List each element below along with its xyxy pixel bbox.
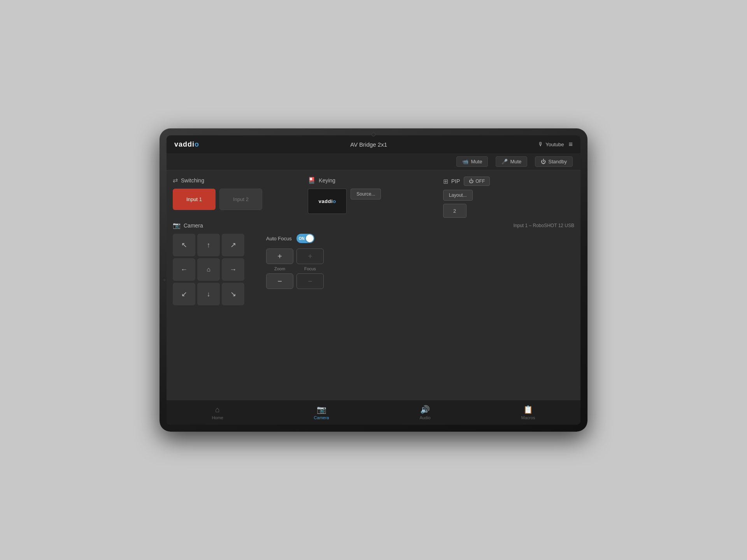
audio-mute-icon: 🎤 xyxy=(502,159,508,164)
keying-title: 🎴 Keying xyxy=(308,177,439,184)
switching-inputs: Input 1 Input 2 xyxy=(173,189,304,210)
home-label: Home xyxy=(212,415,223,420)
input2-button[interactable]: Input 2 xyxy=(219,189,262,210)
pip-off-button[interactable]: ⏻ OFF xyxy=(464,177,490,186)
nav-camera[interactable]: 📷 Camera xyxy=(306,402,337,422)
pip-icon: ⊞ xyxy=(443,178,448,185)
focus-group: + Focus − xyxy=(296,248,324,289)
keying-icon: 🎴 xyxy=(308,177,316,184)
pip-layout-button[interactable]: Layout... xyxy=(443,190,473,201)
pip-panel: ⊞ PIP ⏻ OFF Layout... 2 xyxy=(443,177,574,218)
camera-section: 📷 Camera Input 1 – RoboSHOT 12 USB ↖ ↑ ↗… xyxy=(173,222,574,394)
camera-title: 📷 Camera Input 1 – RoboSHOT 12 USB xyxy=(173,222,574,229)
keying-label: Keying xyxy=(319,177,335,184)
toggle-knob xyxy=(306,234,314,242)
pip-power-icon: ⏻ xyxy=(469,178,473,184)
audio-mute-button[interactable]: 🎤 Mute xyxy=(496,156,527,167)
macros-label: Macros xyxy=(521,415,535,420)
ptz-up-button[interactable]: ↑ xyxy=(197,234,220,256)
menu-button[interactable]: ≡ xyxy=(568,140,573,149)
ptz-home-button[interactable]: ⌂ xyxy=(197,258,220,281)
app-logo: vaddio xyxy=(174,140,199,149)
keying-panel: 🎴 Keying vaddio Source... xyxy=(308,177,439,218)
streaming-icon: 🎙 xyxy=(538,141,544,147)
focus-out-button[interactable]: − xyxy=(296,273,324,289)
nav-home[interactable]: ⌂ Home xyxy=(204,403,231,422)
ptz-up-right-button[interactable]: ↗ xyxy=(222,234,244,256)
zoom-label: Zoom xyxy=(266,266,293,271)
keying-content: vaddio Source... xyxy=(308,189,439,214)
pip-controls: Layout... 2 xyxy=(443,190,574,218)
screen: vaddio AV Bridge 2x1 🎙 Youtube ≡ 📹 Mute … xyxy=(167,135,580,425)
video-mute-button[interactable]: 📹 Mute xyxy=(456,156,488,167)
camera-label: Camera xyxy=(184,222,203,229)
ptz-left-button[interactable]: ← xyxy=(173,258,195,281)
autofocus-toggle[interactable]: ON xyxy=(296,234,314,243)
input1-button[interactable]: Input 1 xyxy=(173,189,216,210)
top-bar-right: 🎙 Youtube ≡ xyxy=(538,140,573,149)
autofocus-on-label: ON xyxy=(299,236,305,241)
camera-nav-label: Camera xyxy=(314,415,329,420)
pip-number-box: 2 xyxy=(443,204,466,218)
standby-label: Standby xyxy=(548,159,567,164)
ptz-right-button[interactable]: → xyxy=(222,258,244,281)
switching-icon: ⇄ xyxy=(173,177,178,184)
audio-icon: 🔊 xyxy=(420,405,430,414)
app-title: AV Bridge 2x1 xyxy=(199,141,538,148)
zoom-out-button[interactable]: − xyxy=(266,273,293,289)
ptz-down-button[interactable]: ↓ xyxy=(197,283,220,305)
action-bar: 📹 Mute 🎤 Mute ⏻ Standby xyxy=(167,153,580,170)
switching-panel: ⇄ Switching Input 1 Input 2 xyxy=(173,177,304,218)
ptz-down-right-button[interactable]: ↘ xyxy=(222,283,244,305)
keying-source-button[interactable]: Source... xyxy=(351,189,381,200)
camera-nav-icon: 📷 xyxy=(317,405,326,414)
streaming-label: Youtube xyxy=(545,142,564,147)
zoom-group: + Zoom − xyxy=(266,248,293,289)
bottom-nav: ⌂ Home 📷 Camera 🔊 Audio 📋 Macros xyxy=(167,400,580,425)
tablet-shell: vaddio AV Bridge 2x1 🎙 Youtube ≡ 📹 Mute … xyxy=(160,128,587,432)
home-icon: ⌂ xyxy=(215,405,220,414)
video-mute-label: Mute xyxy=(471,159,482,164)
standby-icon: ⏻ xyxy=(541,159,546,164)
camera-icon: 📷 xyxy=(173,222,181,229)
audio-mute-label: Mute xyxy=(510,159,521,164)
ptz-controls: ↖ ↑ ↗ ← ⌂ → ↙ ↓ ↘ xyxy=(173,234,258,305)
autofocus-row: Auto Focus ON xyxy=(266,234,574,243)
camera-main: ↖ ↑ ↗ ← ⌂ → ↙ ↓ ↘ xyxy=(173,234,574,305)
nav-macros[interactable]: 📋 Macros xyxy=(514,402,543,422)
pip-header: ⊞ PIP ⏻ OFF xyxy=(443,177,574,186)
zoom-in-button[interactable]: + xyxy=(266,248,293,264)
pip-title: ⊞ PIP xyxy=(443,178,460,185)
audio-label: Audio xyxy=(420,415,431,420)
video-mute-icon: 📹 xyxy=(462,159,468,164)
keying-logo: vaddio xyxy=(319,198,336,204)
tablet-camera xyxy=(372,133,375,136)
ptz-down-left-button[interactable]: ↙ xyxy=(173,283,195,305)
top-bar: vaddio AV Bridge 2x1 🎙 Youtube ≡ xyxy=(167,135,580,153)
camera-info: Input 1 – RoboSHOT 12 USB xyxy=(206,223,574,228)
macros-icon: 📋 xyxy=(523,405,533,414)
keying-preview: vaddio xyxy=(308,189,347,214)
streaming-status[interactable]: 🎙 Youtube xyxy=(538,141,564,147)
switching-title: ⇄ Switching xyxy=(173,177,304,184)
tablet-side-button xyxy=(163,279,166,281)
ptz-up-left-button[interactable]: ↖ xyxy=(173,234,195,256)
switching-label: Switching xyxy=(181,177,204,184)
ptz-grid: ↖ ↑ ↗ ← ⌂ → ↙ ↓ ↘ xyxy=(173,234,258,305)
autofocus-label: Auto Focus xyxy=(266,236,292,242)
nav-audio[interactable]: 🔊 Audio xyxy=(412,402,438,422)
pip-label: PIP xyxy=(451,178,460,184)
focus-in-button[interactable]: + xyxy=(296,248,324,264)
camera-right-controls: Auto Focus ON + Zoom − xyxy=(266,234,574,289)
zoom-focus-grid: + Zoom − + Focus − xyxy=(266,248,574,289)
focus-label: Focus xyxy=(296,266,324,271)
pip-off-label: OFF xyxy=(475,178,485,184)
main-content: ⇄ Switching Input 1 Input 2 🎴 Keying vad… xyxy=(167,170,580,400)
standby-button[interactable]: ⏻ Standby xyxy=(535,156,573,167)
